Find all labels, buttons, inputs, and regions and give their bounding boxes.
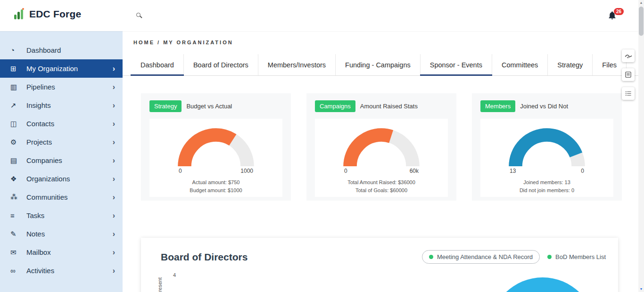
tab-bar: Dashboard Board of Directors Members/Inv… bbox=[123, 54, 644, 76]
gauge-icon: ◔ bbox=[10, 46, 23, 54]
chevron-right-icon: › bbox=[113, 211, 115, 220]
gauge-chart bbox=[337, 122, 426, 168]
gauge-chart bbox=[502, 122, 592, 168]
pencil-icon: ✎ bbox=[10, 230, 23, 238]
notifications-bell[interactable]: 26 bbox=[607, 10, 618, 21]
sidebar-item-organizations[interactable]: ❖ Organizations › bbox=[0, 170, 123, 188]
logo-text: EDC Forge bbox=[29, 8, 81, 20]
gauge-max-label: 1000 bbox=[240, 168, 253, 174]
network-icon: ❖ bbox=[10, 175, 23, 183]
card-badge: Members bbox=[480, 100, 515, 112]
bod-members-donut-chart bbox=[490, 277, 595, 292]
sidebar-item-notes[interactable]: ✎ Notes › bbox=[0, 225, 123, 243]
card-title: Budget vs Actual bbox=[186, 103, 232, 110]
gauge-min-label: 0 bbox=[344, 168, 347, 174]
main-content: HOME / MY ORGANIZATION Dashboard Board o… bbox=[123, 31, 644, 292]
app-logo[interactable]: EDC Forge bbox=[12, 8, 81, 21]
sidebar-item-my-organization[interactable]: ⊞ My Organization › bbox=[0, 59, 123, 78]
vertical-scrollbar: ▲ ▼ bbox=[638, 0, 644, 292]
y-axis-tick: 4 bbox=[173, 272, 176, 278]
gauge-stat-line: Total Amount Raised: $36000 bbox=[315, 178, 448, 187]
list-icon[interactable] bbox=[622, 87, 635, 100]
tab-dashboard[interactable]: Dashboard bbox=[131, 54, 184, 75]
gauge-min-label: 13 bbox=[510, 168, 516, 174]
y-axis-label: Present bbox=[157, 277, 163, 292]
chart-line-icon: ↗ bbox=[10, 101, 23, 110]
legend-bod-members-list[interactable]: BoD Members List bbox=[547, 253, 606, 260]
gauge-stat-line: Budget amount: $1000 bbox=[149, 187, 282, 195]
people-icon: ⁂ bbox=[10, 193, 23, 202]
card-title: Joined vs Did Not bbox=[520, 103, 568, 110]
tab-strategy[interactable]: Strategy bbox=[548, 54, 593, 75]
legend-dot bbox=[429, 255, 433, 259]
kanban-icon: ▥ bbox=[10, 83, 23, 91]
chevron-right-icon: › bbox=[113, 175, 115, 183]
panel-title: Board of Directors bbox=[161, 251, 248, 263]
stat-card-amount-raised: Campaigns Amount Raised Stats 0 60k Tota… bbox=[306, 93, 456, 201]
legend-dot bbox=[547, 255, 552, 259]
sidebar-item-projects[interactable]: ⚙ Projects › bbox=[0, 133, 123, 151]
contacts-icon: ◫ bbox=[10, 120, 23, 128]
gauge-stat-line: Joined members: 13 bbox=[480, 178, 613, 187]
handshake-icon[interactable] bbox=[622, 49, 635, 62]
gauge-max-label: 0 bbox=[581, 168, 584, 174]
scrollbar-thumb[interactable] bbox=[639, 7, 644, 36]
chart-legend: Meeting Attendance & NDA Record BoD Memb… bbox=[422, 250, 606, 264]
tab-board-of-directors[interactable]: Board of Directors bbox=[184, 54, 258, 75]
chevron-right-icon: › bbox=[113, 120, 115, 128]
sidebar-item-pipelines[interactable]: ▥ Pipelines › bbox=[0, 78, 123, 96]
chevron-right-icon: › bbox=[113, 101, 115, 110]
building-icon: ▤ bbox=[10, 156, 23, 165]
card-title: Amount Raised Stats bbox=[360, 103, 418, 110]
sidebar-item-companies[interactable]: ▤ Companies › bbox=[0, 151, 123, 170]
notification-count-badge: 26 bbox=[614, 8, 624, 15]
breadcrumb: HOME / MY ORGANIZATION bbox=[133, 40, 233, 45]
board-of-directors-panel: Board of Directors Meeting Attendance & … bbox=[141, 238, 618, 292]
sidebar-item-insights[interactable]: ↗ Insights › bbox=[0, 96, 123, 114]
chevron-right-icon: › bbox=[113, 65, 115, 73]
stat-cards-row: Strategy Budget vs Actual 0 1000 Actual … bbox=[141, 93, 622, 201]
stat-card-budget-vs-actual: Strategy Budget vs Actual 0 1000 Actual … bbox=[141, 93, 291, 201]
gauge-min-label: 0 bbox=[179, 168, 182, 174]
stat-card-joined-members: Members Joined vs Did Not 13 0 Joined me… bbox=[472, 93, 622, 201]
sidebar-item-tasks[interactable]: ≡ Tasks › bbox=[0, 206, 123, 225]
chevron-right-icon: › bbox=[113, 248, 115, 257]
note-icon[interactable] bbox=[622, 68, 635, 81]
list-icon: ≡ bbox=[10, 211, 23, 219]
sidebar-item-communities[interactable]: ⁂ Communities › bbox=[0, 188, 123, 206]
card-badge: Campaigns bbox=[315, 100, 355, 112]
gauge-max-label: 60k bbox=[410, 168, 419, 174]
envelope-icon: ✉ bbox=[10, 248, 23, 257]
gauge-stat-line: Total of Goals: $60000 bbox=[315, 187, 448, 195]
logo-icon bbox=[12, 8, 25, 21]
magnifier-glyph bbox=[136, 13, 140, 17]
chevron-right-icon: › bbox=[113, 267, 115, 275]
sidebar-item-activities[interactable]: ∞ Activities › bbox=[0, 261, 123, 280]
sidebar: ◔ Dashboard ⊞ My Organization › ▥ Pipeli… bbox=[0, 31, 123, 292]
sidebar-item-contacts[interactable]: ◫ Contacts › bbox=[0, 114, 123, 133]
tab-committees[interactable]: Committees bbox=[492, 54, 548, 75]
chevron-right-icon: › bbox=[113, 83, 115, 91]
gauge-stat-line: Did not join members: 0 bbox=[480, 187, 613, 195]
tab-members-investors[interactable]: Members/Investors bbox=[258, 54, 336, 75]
sitemap-icon: ⊞ bbox=[10, 65, 23, 73]
chevron-right-icon: › bbox=[113, 156, 115, 165]
handshake-icon: ∞ bbox=[10, 267, 23, 275]
quick-action-buttons bbox=[622, 49, 635, 100]
tab-sponsor-events[interactable]: Sponsor - Events bbox=[421, 54, 492, 75]
gear-icon: ⚙ bbox=[10, 138, 23, 146]
chevron-right-icon: › bbox=[113, 138, 115, 146]
legend-meeting-attendance[interactable]: Meeting Attendance & NDA Record bbox=[422, 250, 540, 264]
gauge-stat-line: Actual amount: $750 bbox=[149, 178, 282, 187]
sidebar-item-mailbox[interactable]: ✉ Mailbox › bbox=[0, 243, 123, 261]
tab-funding-campaigns[interactable]: Funding - Campaigns bbox=[336, 54, 421, 75]
chevron-right-icon: › bbox=[113, 230, 115, 238]
scroll-down-arrow[interactable]: ▼ bbox=[638, 286, 644, 292]
top-header: EDC Forge 26 bbox=[0, 0, 644, 31]
card-badge: Strategy bbox=[149, 100, 182, 112]
search-icon[interactable] bbox=[136, 13, 144, 20]
scroll-up-arrow[interactable]: ▲ bbox=[638, 0, 644, 6]
gauge-chart bbox=[171, 122, 261, 168]
chevron-right-icon: › bbox=[113, 193, 115, 202]
sidebar-item-dashboard[interactable]: ◔ Dashboard bbox=[0, 41, 123, 59]
